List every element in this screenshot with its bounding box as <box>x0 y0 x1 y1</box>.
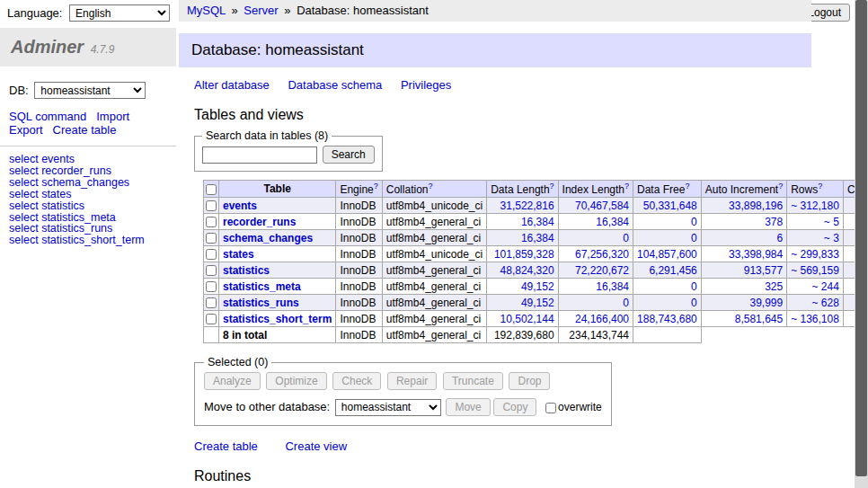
analyze-button[interactable]: Analyze <box>204 372 261 390</box>
sidebar-item-select-statistics-short-term[interactable]: select statistics_short_term <box>9 235 167 246</box>
language-select[interactable]: English <box>69 4 170 22</box>
data-free-link[interactable]: 0 <box>691 297 697 309</box>
sidebar-item-select-events[interactable]: select events <box>9 154 167 165</box>
auto-increment-link[interactable]: 8,581,645 <box>735 313 783 325</box>
drop-button[interactable]: Drop <box>509 372 550 390</box>
row-checkbox[interactable] <box>206 314 217 324</box>
table-name-link[interactable]: statistics <box>223 264 270 277</box>
vertical-scrollbar-thumb[interactable] <box>855 0 867 476</box>
index-length-link[interactable]: 16,384 <box>596 280 629 293</box>
rows-count-link[interactable]: ~ 628 <box>812 297 839 309</box>
sidebar-item-select-schema-changes[interactable]: select schema_changes <box>9 177 167 189</box>
help-icon[interactable]: ? <box>624 182 629 191</box>
rows-count-link[interactable]: ~ 569,159 <box>791 264 839 277</box>
data-length-link[interactable]: 10,502,144 <box>500 313 554 325</box>
select-all-checkbox[interactable] <box>206 184 217 195</box>
breadcrumb-server[interactable]: Server <box>244 4 278 17</box>
row-checkbox[interactable] <box>206 281 217 292</box>
data-free-link[interactable]: 50,331,648 <box>643 200 697 212</box>
truncate-button[interactable]: Truncate <box>443 372 503 390</box>
search-button[interactable]: Search <box>323 146 375 164</box>
row-checkbox[interactable] <box>206 217 217 227</box>
create-table-link[interactable]: Create table <box>194 439 258 453</box>
create-view-link[interactable]: Create view <box>285 439 347 453</box>
engine-cell: InnoDB <box>336 246 382 262</box>
help-icon[interactable]: ? <box>550 182 554 191</box>
row-checkbox[interactable] <box>206 265 217 276</box>
footer-collation-cell: utf8mb4_general_ci <box>382 327 486 343</box>
help-icon[interactable]: ? <box>778 182 783 191</box>
database-schema-link[interactable]: Database schema <box>288 78 382 92</box>
rows-count-link[interactable]: ~ 3 <box>824 232 839 244</box>
data-length-link[interactable]: 16,384 <box>521 232 554 244</box>
rows-count-link[interactable]: ~ 136,108 <box>791 313 839 325</box>
auto-increment-link[interactable]: 913,577 <box>744 264 783 277</box>
help-icon[interactable]: ? <box>374 182 378 191</box>
move-button[interactable]: Move <box>446 398 490 416</box>
index-length-link[interactable]: 72,220,672 <box>575 264 629 277</box>
auto-increment-link[interactable]: 39,999 <box>749 297 783 309</box>
sidebar-link-import[interactable]: Import <box>96 110 129 123</box>
repair-button[interactable]: Repair <box>387 372 437 390</box>
rows-count-link[interactable]: ~ 244 <box>812 280 839 293</box>
db-select[interactable]: homeassistant <box>34 82 146 99</box>
data-free-link[interactable]: 104,857,600 <box>637 248 697 261</box>
overwrite-checkbox[interactable] <box>545 403 556 413</box>
rows-count-link[interactable]: ~ 312,180 <box>791 200 839 212</box>
col-header-auto-increment: Auto Increment? <box>701 181 786 198</box>
optimize-button[interactable]: Optimize <box>266 372 326 390</box>
copy-button[interactable]: Copy <box>493 398 536 416</box>
auto-increment-link[interactable]: 33,898,196 <box>729 200 783 212</box>
data-free-link[interactable]: 0 <box>691 280 697 293</box>
alter-database-link[interactable]: Alter database <box>194 78 270 92</box>
data-length-link[interactable]: 48,824,320 <box>500 264 554 277</box>
table-name-link[interactable]: statistics_meta <box>223 280 301 293</box>
breadcrumb-mysql[interactable]: MySQL <box>187 4 226 17</box>
sidebar-item-select-recorder-runs[interactable]: select recorder_runs <box>9 165 167 177</box>
data-free-link[interactable]: 0 <box>691 232 697 244</box>
table-name-link[interactable]: recorder_runs <box>223 216 296 228</box>
sidebar-item-select-statistics[interactable]: select statistics <box>9 200 167 212</box>
move-db-select[interactable]: homeassistant <box>335 399 441 416</box>
data-length-link[interactable]: 101,859,328 <box>494 248 554 261</box>
index-length-link[interactable]: 67,256,320 <box>575 248 629 261</box>
row-checkbox[interactable] <box>206 297 217 308</box>
data-length-link[interactable]: 49,152 <box>521 280 554 293</box>
help-icon[interactable]: ? <box>685 182 689 191</box>
table-name-link[interactable]: events <box>223 200 257 212</box>
row-checkbox[interactable] <box>206 200 217 211</box>
vertical-scrollbar-track[interactable] <box>855 0 868 488</box>
privileges-link[interactable]: Privileges <box>401 78 451 92</box>
data-length-link[interactable]: 16,384 <box>521 216 554 228</box>
search-input[interactable] <box>202 146 317 164</box>
data-length-link[interactable]: 31,522,816 <box>500 200 554 212</box>
data-free-link[interactable]: 188,743,680 <box>637 313 697 325</box>
data-length-link[interactable]: 49,152 <box>521 297 554 309</box>
sidebar-link-create-table[interactable]: Create table <box>53 123 117 137</box>
table-name-link[interactable]: states <box>223 248 254 261</box>
row-checkbox[interactable] <box>206 249 217 260</box>
auto-increment-link[interactable]: 6 <box>776 232 783 244</box>
table-name-link[interactable]: statistics_short_term <box>223 313 332 325</box>
rows-count-link[interactable]: ~ 299,833 <box>791 248 839 261</box>
table-name-link[interactable]: statistics_runs <box>223 297 299 309</box>
index-length-link[interactable]: 0 <box>623 297 629 309</box>
help-icon[interactable]: ? <box>428 182 432 191</box>
index-length-link[interactable]: 16,384 <box>596 216 629 228</box>
data-free-link[interactable]: 6,291,456 <box>649 264 696 277</box>
help-icon[interactable]: ? <box>818 182 822 191</box>
auto-increment-link[interactable]: 378 <box>765 216 783 228</box>
data-free-link[interactable]: 0 <box>691 216 697 228</box>
index-length-link[interactable]: 0 <box>623 232 629 244</box>
sidebar-link-sql-command[interactable]: SQL command <box>9 110 86 123</box>
row-checkbox[interactable] <box>206 233 217 244</box>
auto-increment-link[interactable]: 325 <box>765 280 783 293</box>
sidebar-link-export[interactable]: Export <box>9 123 43 137</box>
rows-count-link[interactable]: ~ 5 <box>824 216 839 228</box>
table-name-link[interactable]: schema_changes <box>223 232 313 244</box>
index-length-link[interactable]: 24,166,400 <box>575 313 629 325</box>
auto-increment-link[interactable]: 33,398,984 <box>729 248 783 261</box>
index-length-link[interactable]: 70,467,584 <box>575 200 629 212</box>
check-button[interactable]: Check <box>332 372 381 390</box>
sidebar-item-select-states[interactable]: select states <box>9 189 167 200</box>
